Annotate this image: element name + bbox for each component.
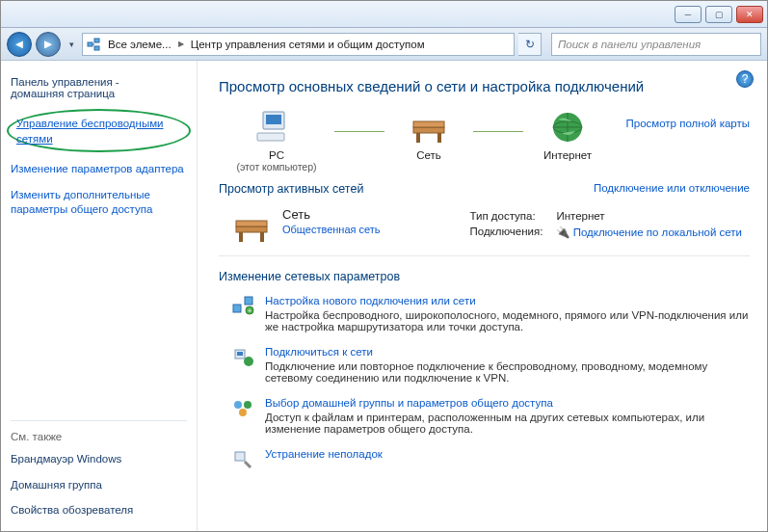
forward-button[interactable]: ► bbox=[36, 32, 61, 57]
svg-rect-12 bbox=[236, 226, 267, 232]
connector-icon bbox=[473, 131, 523, 132]
setting-homegroup[interactable]: Выбор домашней группы и параметров общег… bbox=[219, 393, 750, 444]
svg-text:+: + bbox=[248, 307, 252, 314]
node-internet: Интернет bbox=[523, 108, 612, 161]
setting-new-connection[interactable]: + Настройка нового подключения или сетиН… bbox=[219, 291, 750, 342]
change-settings-heading: Изменение сетевых параметров bbox=[219, 270, 750, 283]
refresh-button[interactable]: ↻ bbox=[518, 33, 542, 56]
active-network-row: Сеть Общественная сеть Тип доступа:Интер… bbox=[219, 203, 750, 256]
view-full-map-link[interactable]: Просмотр полной карты bbox=[625, 108, 750, 129]
svg-rect-4 bbox=[266, 115, 281, 124]
active-networks-heading: Просмотр активных сетей Подключение или … bbox=[219, 182, 750, 196]
svg-rect-5 bbox=[257, 133, 284, 141]
signal-icon: 🔌 bbox=[556, 226, 569, 238]
sidebar-item-adapter[interactable]: Изменение параметров адаптера bbox=[11, 162, 187, 177]
svg-rect-21 bbox=[237, 352, 243, 356]
minimize-button[interactable]: ─ bbox=[675, 6, 702, 23]
svg-rect-15 bbox=[260, 232, 264, 242]
back-button[interactable]: ◄ bbox=[7, 32, 32, 57]
help-icon[interactable]: ? bbox=[736, 70, 754, 88]
svg-point-24 bbox=[244, 401, 252, 409]
setting-connect-network[interactable]: Подключиться к сетиПодключение или повто… bbox=[219, 342, 750, 393]
network-map: PC (этот компьютер) Сеть Интернет Просмо… bbox=[219, 108, 750, 173]
search-input[interactable]: Поиск в панели управления bbox=[551, 33, 761, 56]
page-title: Просмотр основных сведений о сети и наст… bbox=[219, 78, 750, 94]
svg-point-23 bbox=[234, 401, 242, 409]
sidebar-item-ieoptions[interactable]: Свойства обозревателя bbox=[11, 503, 187, 519]
svg-rect-6 bbox=[413, 127, 444, 133]
svg-point-22 bbox=[244, 357, 253, 366]
sidebar: Панель управления -домашняя страница Упр… bbox=[1, 61, 198, 531]
svg-rect-8 bbox=[416, 133, 420, 143]
titlebar: ─ ▢ ✕ bbox=[1, 1, 767, 28]
control-panel-home[interactable]: Панель управления -домашняя страница bbox=[11, 76, 187, 99]
connector-icon bbox=[334, 131, 384, 132]
sidebar-item-homegroup[interactable]: Домашняя группа bbox=[11, 478, 187, 493]
svg-rect-16 bbox=[233, 305, 241, 312]
new-connection-icon: + bbox=[230, 295, 255, 332]
sidebar-item-wireless[interactable]: Управление беспроводными сетями bbox=[16, 117, 181, 146]
svg-rect-9 bbox=[437, 133, 441, 143]
troubleshoot-icon bbox=[230, 448, 255, 469]
maximize-button[interactable]: ▢ bbox=[705, 6, 732, 23]
connection-details: Тип доступа:Интернет Подключения: 🔌 Подк… bbox=[462, 207, 750, 242]
node-pc: PC (этот компьютер) bbox=[219, 108, 334, 173]
content-pane: ? Просмотр основных сведений о сети и на… bbox=[198, 61, 767, 531]
svg-point-25 bbox=[239, 409, 247, 416]
sidebar-item-firewall[interactable]: Брандмауэр Windows bbox=[11, 452, 187, 467]
close-button[interactable]: ✕ bbox=[736, 6, 763, 23]
svg-rect-17 bbox=[245, 297, 252, 305]
svg-rect-26 bbox=[235, 452, 245, 461]
chevron-right-icon: ▶ bbox=[175, 40, 187, 48]
see-also-heading: См. также bbox=[11, 420, 187, 442]
connect-network-icon bbox=[230, 346, 255, 384]
connection-link[interactable]: Подключение по локальной сети bbox=[573, 226, 742, 238]
node-network: Сеть bbox=[384, 108, 473, 161]
navbar: ◄ ► ▾ Все элеме... ▶ Центр управления се… bbox=[1, 28, 767, 61]
svg-rect-7 bbox=[413, 121, 444, 127]
svg-rect-14 bbox=[239, 232, 243, 242]
svg-rect-13 bbox=[236, 221, 267, 226]
sidebar-item-sharing[interactable]: Изменить дополнительные параметры общего… bbox=[11, 188, 187, 218]
network-type-link[interactable]: Общественная сеть bbox=[282, 224, 381, 235]
breadcrumb-root[interactable]: Все элеме... bbox=[104, 39, 175, 50]
network-name: Сеть bbox=[282, 207, 381, 222]
setting-troubleshoot[interactable]: Устранение неполадок bbox=[219, 444, 750, 479]
address-bar[interactable]: Все элеме... ▶ Центр управления сетями и… bbox=[82, 33, 515, 56]
svg-rect-0 bbox=[88, 42, 93, 46]
connect-disconnect-link[interactable]: Подключение или отключение bbox=[594, 182, 750, 196]
history-dropdown[interactable]: ▾ bbox=[65, 33, 78, 56]
network-center-icon bbox=[83, 37, 104, 52]
highlight-annotation: Управление беспроводными сетями bbox=[7, 109, 191, 152]
homegroup-icon bbox=[230, 397, 255, 435]
breadcrumb-page[interactable]: Центр управления сетями и общим доступом bbox=[187, 39, 429, 50]
